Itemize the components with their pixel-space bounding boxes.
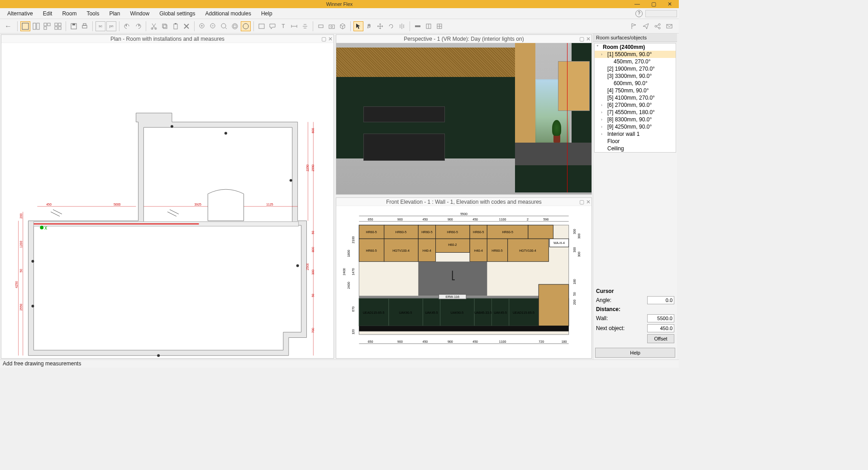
tree-row[interactable]: ›[6] 2700mm, 90.0° [595,101,676,109]
menu-alternative[interactable]: Alternative [3,9,38,18]
tree-row[interactable]: 450mm, 270.0° [595,58,676,65]
svg-text:WA-H-4: WA-H-4 [553,241,565,245]
print-icon[interactable] [80,21,90,31]
persp-max-icon[interactable]: ▢ [579,36,584,42]
menu-additional-modules[interactable]: Additional modules [201,9,256,18]
mail-icon[interactable] [664,21,674,31]
flag-icon[interactable] [629,21,639,31]
persp-close-icon[interactable]: ✕ [586,36,591,42]
window-icon[interactable] [434,21,444,31]
share-icon[interactable] [653,21,663,31]
layout-split-h-icon[interactable] [31,21,41,31]
zoom-window-icon[interactable] [230,21,240,31]
menu-room[interactable]: Room [57,9,81,18]
next-object-input[interactable] [647,324,674,332]
tree-row[interactable]: ›[7] 4550mm, 180.0° [595,109,676,116]
help-button[interactable]: Help [595,348,675,358]
arrow-tool-icon[interactable] [353,21,363,31]
tree-row[interactable]: [5] 4100mm, 270.0° [595,94,676,101]
tree-row[interactable]: Floor [595,138,676,145]
menu-window[interactable]: Window [125,9,154,18]
tree-row[interactable]: [4] 750mm, 90.0° [595,87,676,94]
wall-input[interactable] [647,314,674,322]
comment-icon[interactable] [267,21,277,31]
angle-input[interactable] [647,296,674,304]
paste-icon[interactable] [171,21,181,31]
svg-point-23 [232,24,238,29]
svg-rect-9 [58,27,61,29]
send-icon[interactable] [641,21,651,31]
tree-row[interactable]: ›[8] 8300mm, 90.0° [595,116,676,123]
dimension-v-icon[interactable] [300,21,310,31]
layout-grid-icon[interactable] [42,21,52,31]
help-icon[interactable]: ? [635,10,643,17]
tree-root[interactable]: ˅Room (2400mm) [595,43,676,51]
move-icon[interactable] [375,21,385,31]
svg-text:2: 2 [527,218,529,221]
tree-row[interactable]: ›[1] 5500mm, 90.0° [595,51,676,58]
zoom-fit-icon[interactable] [219,21,229,31]
cut-icon[interactable] [149,21,159,31]
tree-row[interactable]: Ceiling [595,145,676,152]
svg-text:650: 650 [368,218,373,221]
svg-text:300: 300 [577,233,581,239]
nav-back-icon[interactable]: ← [2,22,14,30]
zoom-out-icon[interactable] [208,21,218,31]
note-icon[interactable] [257,21,267,31]
tree-row[interactable]: ›Interior wall 1 [595,130,676,138]
plan-close-icon[interactable]: ✕ [328,36,333,42]
save-icon[interactable] [69,21,79,31]
svg-text:HR60-5: HR60-5 [491,249,502,252]
plan-max-icon[interactable]: ▢ [321,36,326,42]
pn-icon[interactable]: pn [106,21,116,31]
text-icon[interactable]: T [278,21,288,31]
menu-help[interactable]: Help [257,9,277,18]
rotate-icon[interactable] [386,21,396,31]
svg-text:900: 900 [448,218,453,221]
menu-edit[interactable]: Edit [38,9,57,18]
tree-row[interactable]: [2] 1900mm, 270.0° [595,65,676,72]
zoom-in-icon[interactable] [197,21,207,31]
zoom-active-icon[interactable] [241,21,251,31]
plan-viewport[interactable]: x 450 5000 3925 1125 600 [1,43,334,358]
svg-point-74 [171,125,173,128]
user-button[interactable] [645,10,677,17]
elev-close-icon[interactable]: ✕ [586,199,591,205]
svg-text:180: 180 [562,340,567,343]
menu-global-settings[interactable]: Global settings [155,9,200,18]
menu-plan[interactable]: Plan [105,9,124,18]
door-icon[interactable] [424,21,434,31]
redo-icon[interactable] [133,21,143,31]
camera-icon[interactable] [327,21,337,31]
svg-rect-13 [83,24,86,25]
svg-text:450: 450 [46,203,52,206]
wall-icon[interactable] [413,21,423,31]
tree-row[interactable]: ›[9] 4250mm, 90.0° [595,123,676,130]
layout-single-icon[interactable] [20,21,30,31]
tree-row[interactable]: 600mm, 90.0° [595,80,676,87]
close-icon[interactable]: ✕ [662,0,678,8]
elevation-viewport[interactable]: 5500 650 900 450 900 450 1100 2 598 2400… [336,206,591,358]
sc-icon[interactable]: sc [95,21,105,31]
hand-icon[interactable] [364,21,374,31]
room-tree[interactable]: ˅Room (2400mm) ›[1] 5500mm, 90.0°450mm, … [594,43,676,153]
maximize-icon[interactable]: ▢ [645,0,662,8]
mirror-icon[interactable] [397,21,407,31]
elev-max-icon[interactable]: ▢ [579,199,584,205]
layout-quad-icon[interactable] [53,21,63,31]
menu-tools[interactable]: Tools [82,9,104,18]
minimize-icon[interactable]: — [629,0,645,8]
dimension-h-icon[interactable] [289,21,299,31]
svg-point-79 [31,305,34,307]
undo-icon[interactable] [122,21,132,31]
svg-point-78 [31,260,34,263]
svg-point-36 [658,27,660,29]
delete-icon[interactable] [181,21,191,31]
tree-row[interactable]: [3] 3300mm, 90.0° [595,72,676,80]
svg-text:HR60-5: HR60-5 [421,230,432,234]
cube-icon[interactable] [338,21,348,31]
tag-icon[interactable] [316,21,326,31]
copy-icon[interactable] [160,21,170,31]
perspective-viewport[interactable] [336,43,591,194]
offset-button[interactable]: Offset [647,334,674,343]
